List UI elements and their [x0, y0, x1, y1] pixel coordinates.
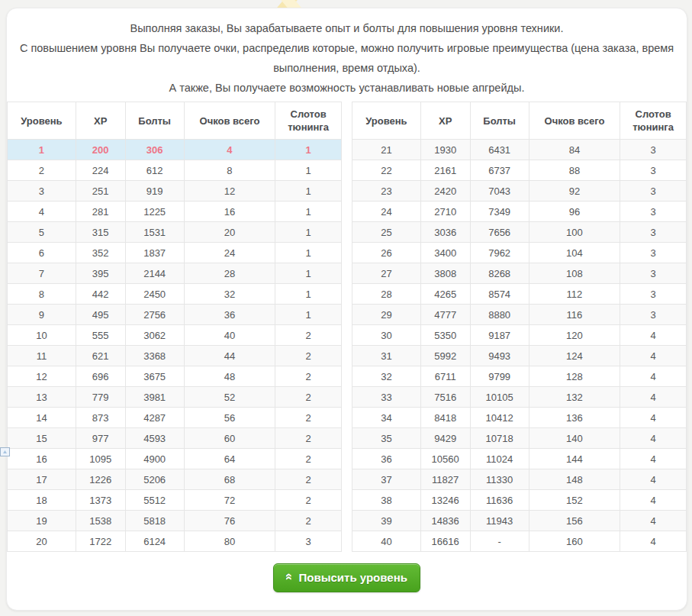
table-cell: 2144	[125, 263, 184, 284]
table-cell: 16616	[420, 531, 470, 552]
double-chevron-up-icon: «	[283, 573, 296, 580]
table-cell: 17	[8, 469, 76, 490]
table-cell: 9799	[470, 366, 529, 387]
table-row: 27380882681083	[352, 263, 687, 284]
column-header: Очков всего	[529, 102, 620, 140]
table-cell: 2	[275, 428, 342, 449]
table-cell: 28	[184, 263, 275, 284]
table-cell: 3	[8, 181, 76, 202]
table-cell: 5206	[125, 469, 184, 490]
table-cell: 36	[352, 449, 421, 469]
table-cell: 120	[529, 325, 620, 346]
table-cell: 1531	[125, 222, 184, 243]
table-cell: 200	[76, 140, 125, 160]
table-cell: 6124	[125, 531, 184, 552]
table-row: 28426585741123	[352, 284, 687, 305]
table-cell: 1373	[76, 490, 125, 511]
table-cell: 3	[620, 305, 687, 325]
table-cell: 132	[529, 387, 620, 408]
table-cell: 4	[620, 511, 687, 531]
table-row: 116213368442	[8, 346, 342, 366]
table-cell: 6	[8, 243, 76, 263]
table-cell: 4	[620, 408, 687, 428]
table-cell: 30	[352, 325, 421, 346]
table-cell: 104	[529, 243, 620, 263]
table-row: 2427107349963	[352, 202, 687, 222]
table-row: 42811225161	[8, 202, 342, 222]
table-cell: 96	[529, 202, 620, 222]
levels-table-right: УровеньXPБолтыОчков всегоСлотов тюнинга …	[352, 102, 687, 552]
table-cell: 116	[529, 305, 620, 325]
table-cell: 5350	[420, 325, 470, 346]
column-header: Слотов тюнинга	[620, 102, 687, 140]
table-row: 53151531201	[8, 222, 342, 243]
table-cell: 14	[8, 408, 76, 428]
table-cell: 2	[275, 387, 342, 408]
table-cell: 156	[529, 511, 620, 531]
table-cell: 4	[184, 140, 275, 160]
table-cell: 3	[620, 140, 687, 160]
intro-line-3: А также, Вы получаете возможность устана…	[13, 78, 681, 98]
table-row: 26340079621043	[352, 243, 687, 263]
table-row: 2324207043923	[352, 181, 687, 202]
table-cell: 251	[76, 181, 125, 202]
table-cell: 15	[8, 428, 76, 449]
table-cell: 281	[76, 202, 125, 222]
table-cell: 3062	[125, 325, 184, 346]
table-cell: 3	[275, 531, 342, 552]
table-cell: 2420	[420, 181, 470, 202]
table-row: 1610954900642	[8, 449, 342, 469]
table-cell: 10105	[470, 387, 529, 408]
column-header: XP	[420, 102, 470, 140]
table-cell: 1930	[420, 140, 470, 160]
table-row: 25303676561003	[352, 222, 687, 243]
table-cell: 13	[8, 387, 76, 408]
table-row: 94952756361	[8, 305, 342, 325]
table-cell: 4593	[125, 428, 184, 449]
table-row: 1915385818762	[8, 511, 342, 531]
table-cell: 44	[184, 346, 275, 366]
table-row: 63521837241	[8, 243, 342, 263]
table-cell: 1538	[76, 511, 125, 531]
table-cell: 9429	[420, 428, 470, 449]
table-cell: 1	[275, 222, 342, 243]
table-cell: 8574	[470, 284, 529, 305]
table-cell: 20	[184, 222, 275, 243]
table-cell: 1	[275, 305, 342, 325]
table-cell: 144	[529, 449, 620, 469]
table-cell: 3	[620, 160, 687, 181]
table-cell: 148	[529, 469, 620, 490]
table-cell: 8418	[420, 408, 470, 428]
table-cell: 25	[352, 222, 421, 243]
intro-text: Выполняя заказы, Вы зарабатываете опыт и…	[7, 8, 687, 98]
table-cell: 24	[352, 202, 421, 222]
table-cell: 19	[8, 511, 76, 531]
table-row: 2119306431843	[352, 140, 687, 160]
table-row: 1813735512722	[8, 490, 342, 511]
table-cell: 64	[184, 449, 275, 469]
table-cell: 7	[8, 263, 76, 284]
level-tables: УровеньXPБолтыОчков всегоСлотов тюнинга …	[7, 102, 687, 552]
table-cell: 1	[8, 140, 76, 160]
table-cell: 6737	[470, 160, 529, 181]
table-row: 126963675482	[8, 366, 342, 387]
table-cell: 2	[275, 490, 342, 511]
table-cell: 4777	[420, 305, 470, 325]
column-header: Очков всего	[184, 102, 275, 140]
table-cell: 28	[352, 284, 421, 305]
levels-table-left: УровеньXPБолтыОчков всегоСлотов тюнинга …	[7, 102, 342, 552]
table-cell: 3981	[125, 387, 184, 408]
column-header: Слотов тюнинга	[275, 102, 342, 140]
table-row: 3251919121	[8, 181, 342, 202]
table-cell: 5818	[125, 511, 184, 531]
table-cell: 13246	[420, 490, 470, 511]
table-cell: 38	[352, 490, 421, 511]
table-cell: 1722	[76, 531, 125, 552]
table-cell: 140	[529, 428, 620, 449]
table-cell: 9187	[470, 325, 529, 346]
table-cell: 696	[76, 366, 125, 387]
table-cell: 88	[529, 160, 620, 181]
level-up-button[interactable]: « Повысить уровень	[273, 563, 420, 592]
table-cell: 52	[184, 387, 275, 408]
table-row: 2017226124803	[8, 531, 342, 552]
